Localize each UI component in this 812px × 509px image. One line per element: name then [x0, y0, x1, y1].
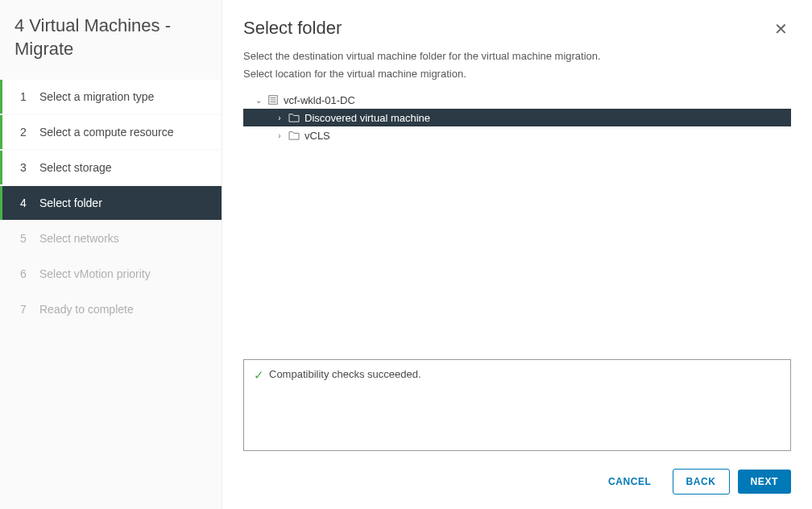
step-number: 5: [20, 232, 31, 245]
step-number: 6: [20, 267, 31, 280]
page-title: Select folder: [243, 18, 601, 39]
tree-node-label: Discovered virtual machine: [304, 112, 430, 124]
check-icon: ✓: [254, 369, 264, 381]
step-vmotion-priority: 6 Select vMotion priority: [0, 257, 222, 291]
tree-node-label: vCLS: [304, 130, 330, 142]
tree-node-discovered-vm[interactable]: › Discovered virtual machine: [243, 109, 791, 126]
step-label: Select storage: [39, 161, 112, 174]
step-folder[interactable]: 4 Select folder: [0, 186, 222, 220]
step-networks: 5 Select networks: [0, 221, 222, 255]
step-label: Ready to complete: [39, 303, 134, 316]
wizard-sidebar: 4 Virtual Machines - Migrate 1 Select a …: [0, 0, 222, 509]
close-icon[interactable]: ✕: [771, 18, 791, 40]
step-label: Select folder: [39, 197, 102, 209]
step-number: 1: [20, 90, 31, 103]
step-number: 2: [20, 126, 31, 139]
step-label: Select a compute resource: [39, 126, 174, 139]
desc-line-1: Select the destination virtual machine f…: [243, 48, 601, 64]
chevron-right-icon[interactable]: ›: [276, 131, 284, 140]
main-header: Select folder Select the destination vir…: [243, 18, 791, 83]
step-migration-type[interactable]: 1 Select a migration type: [0, 80, 222, 114]
step-compute-resource[interactable]: 2 Select a compute resource: [0, 115, 222, 149]
step-number: 3: [20, 161, 31, 174]
compatibility-status: ✓ Compatibility checks succeeded.: [243, 359, 791, 451]
chevron-down-icon[interactable]: ⌄: [255, 96, 263, 105]
wizard-title: 4 Virtual Machines - Migrate: [0, 14, 222, 75]
step-ready: 7 Ready to complete: [0, 292, 222, 326]
next-button[interactable]: NEXT: [738, 470, 791, 494]
migrate-dialog: 4 Virtual Machines - Migrate 1 Select a …: [0, 0, 812, 509]
desc-line-2: Select location for the virtual machine …: [243, 66, 601, 82]
wizard-main: Select folder Select the destination vir…: [222, 0, 812, 509]
wizard-footer: CANCEL BACK NEXT: [243, 451, 791, 495]
status-message: Compatibility checks succeeded.: [269, 368, 421, 380]
tree-node-datacenter[interactable]: ⌄ vcf-wkld-01-DC: [243, 91, 791, 109]
wizard-steps: 1 Select a migration type 2 Select a com…: [0, 80, 222, 326]
step-label: Select a migration type: [39, 90, 154, 103]
folder-icon: [288, 113, 300, 122]
step-label: Select networks: [39, 232, 119, 245]
tree-node-vcls[interactable]: › vCLS: [243, 126, 791, 144]
folder-tree: ⌄ vcf-wkld-01-DC › Discovered virtual ma…: [243, 91, 791, 144]
step-number: 4: [20, 197, 31, 209]
step-label: Select vMotion priority: [39, 267, 151, 280]
datacenter-icon: [267, 94, 279, 106]
folder-icon: [288, 130, 300, 140]
chevron-right-icon[interactable]: ›: [276, 114, 284, 122]
cancel-button[interactable]: CANCEL: [595, 470, 665, 494]
tree-node-label: vcf-wkld-01-DC: [284, 94, 355, 106]
back-button[interactable]: BACK: [673, 469, 730, 495]
step-number: 7: [20, 303, 31, 316]
page-description: Select the destination virtual machine f…: [243, 48, 601, 81]
step-storage[interactable]: 3 Select storage: [0, 151, 222, 184]
